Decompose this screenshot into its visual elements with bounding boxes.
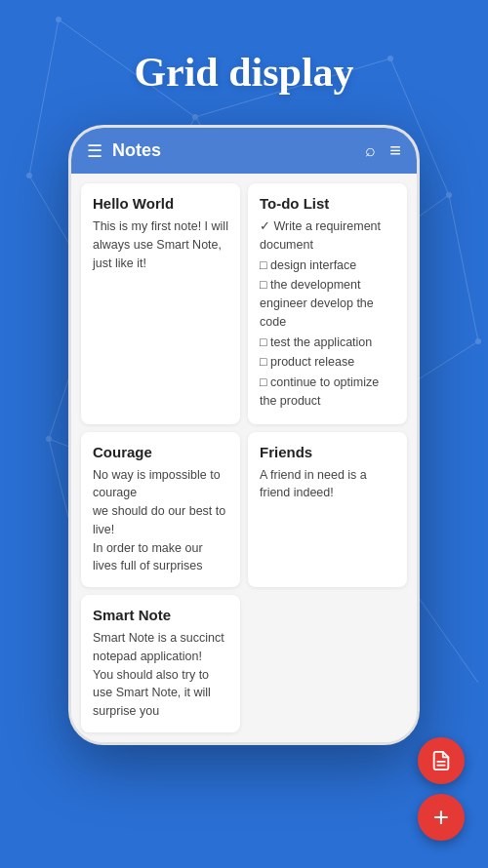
new-note-doc-button[interactable] (418, 737, 465, 784)
check-item: □ design interface (260, 256, 395, 275)
note-body: Smart Note is a succinct notepad applica… (93, 629, 228, 721)
note-card-todo[interactable]: To-do List ✓ Write a requirement documen… (248, 183, 407, 424)
note-card-smart-note[interactable]: Smart Note Smart Note is a succinct note… (81, 595, 240, 732)
svg-point-27 (26, 173, 32, 178)
svg-point-30 (46, 436, 52, 442)
header-right: ⌕ ≡ (365, 139, 401, 162)
note-body: No way is impossible to couragewe should… (93, 466, 228, 576)
notes-grid: Hello World This is my first note! I wil… (71, 174, 417, 742)
app-title: Notes (112, 140, 161, 161)
note-body: This is my first note! I will always use… (93, 217, 228, 272)
note-body: ✓ Write a requirement document □ design … (260, 217, 395, 411)
note-card-hello-world[interactable]: Hello World This is my first note! I wil… (81, 183, 240, 424)
note-title: To-do List (260, 195, 395, 212)
header-left: ☰ Notes (87, 140, 161, 162)
note-body: A friend in need is a friend indeed! (260, 466, 395, 503)
add-note-button[interactable]: + (418, 794, 465, 841)
search-icon[interactable]: ⌕ (365, 140, 376, 161)
check-item: □ continue to optimize the product (260, 374, 395, 411)
fab-container: + (418, 737, 465, 841)
note-title: Friends (260, 444, 395, 460)
check-item: □ the development engineer develop the c… (260, 276, 395, 331)
check-item: ✓ Write a requirement document (260, 217, 395, 255)
phone-mockup: ☰ Notes ⌕ ≡ Hello World This is my first… (68, 125, 420, 745)
note-card-courage[interactable]: Courage No way is impossible to couragew… (81, 432, 240, 588)
note-title: Courage (93, 444, 228, 460)
svg-line-15 (410, 585, 478, 683)
svg-point-24 (446, 192, 452, 198)
note-title: Smart Note (93, 607, 228, 623)
svg-line-9 (449, 195, 478, 341)
note-card-friends[interactable]: Friends A friend in need is a friend ind… (248, 432, 407, 588)
check-item: □ test the application (260, 334, 395, 352)
svg-point-28 (475, 338, 481, 344)
filter-icon[interactable]: ≡ (389, 139, 401, 162)
page-title: Grid display (0, 0, 488, 125)
hamburger-icon[interactable]: ☰ (87, 140, 102, 162)
check-item: □ product release (260, 353, 395, 372)
note-title: Hello World (93, 195, 228, 212)
app-header: ☰ Notes ⌕ ≡ (71, 128, 417, 174)
